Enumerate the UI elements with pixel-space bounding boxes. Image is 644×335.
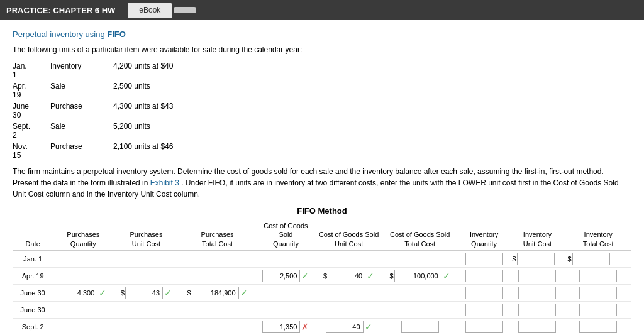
dollar-sign: $	[513, 255, 516, 263]
item-type: Purchase	[50, 141, 113, 161]
exhibit-link[interactable]: Exhibit 3	[150, 178, 179, 187]
cogs-tc-input-apr19[interactable]	[394, 270, 441, 282]
th-cogs-qty: Cost of Goods SoldQuantity	[255, 219, 316, 250]
check-icon: ✓	[367, 271, 374, 281]
inv-uc-input-june30b[interactable]	[518, 304, 556, 316]
iq-cell	[458, 301, 510, 318]
itc-cell: $	[565, 250, 631, 267]
item-date: June 30	[13, 101, 50, 121]
ptc-cell	[179, 318, 256, 335]
cogs-uc-input-sept2a[interactable]	[326, 321, 364, 333]
cogs-tc-input-sept2a[interactable]	[401, 321, 439, 333]
iuc-cell	[510, 318, 565, 335]
purch-tc-input-june30[interactable]	[192, 287, 239, 299]
itc-cell	[565, 318, 631, 335]
th-purchases-qty: PurchasesQuantity	[53, 219, 113, 250]
check-icon: ✓	[443, 271, 450, 281]
iuc-cell	[510, 267, 565, 284]
puc-cell	[113, 250, 179, 267]
th-inv-qty: InventoryQuantity	[458, 219, 510, 250]
row-date: Sept. 2	[13, 318, 53, 335]
cogs-uc-input-apr19[interactable]	[328, 270, 365, 282]
puc-cell	[113, 267, 179, 284]
th-inv-tc: InventoryTotal Cost	[565, 219, 631, 250]
inv-qty-input-jan1[interactable]	[465, 253, 503, 265]
fifo-table: Date PurchasesQuantity PurchasesUnit Cos…	[13, 219, 631, 335]
check-icon: ✓	[240, 288, 248, 298]
tab-empty[interactable]	[174, 7, 196, 13]
dollar-sign: $	[390, 272, 394, 280]
iuc-cell	[510, 284, 565, 301]
dollar-sign: $	[567, 255, 571, 263]
cq-cell	[255, 284, 316, 301]
dollar-sign: $	[121, 289, 125, 297]
inv-qty-input-apr19[interactable]	[465, 270, 503, 282]
list-item: Nov. 15 Purchase 2,100 units at $46	[13, 141, 192, 161]
pq-cell	[53, 318, 113, 335]
cuc-cell: $ ✓	[316, 267, 381, 284]
ctc-cell	[382, 250, 458, 267]
cq-cell: ✓	[255, 267, 316, 284]
cogs-qty-input-apr19[interactable]	[262, 270, 300, 282]
inventory-table: Jan. 1 Inventory 4,200 units at $40 Apr.…	[13, 60, 192, 161]
item-date: Apr. 19	[13, 80, 50, 101]
inv-qty-input-sept2a[interactable]	[465, 321, 503, 333]
cq-cell	[255, 301, 316, 318]
inv-tc-input-june30b[interactable]	[579, 304, 617, 316]
puc-cell	[113, 301, 179, 318]
inv-uc-input-sept2a[interactable]	[518, 321, 556, 333]
th-cogs-uc: Cost of Goods SoldUnit Cost	[316, 219, 381, 250]
iuc-cell	[510, 301, 565, 318]
item-detail: 2,500 units	[113, 80, 192, 101]
item-type: Inventory	[50, 60, 113, 80]
iq-cell	[458, 250, 510, 267]
method-highlight: FIFO	[107, 30, 126, 39]
tab-ebook[interactable]: eBook	[128, 3, 172, 18]
inv-tc-input-june30a[interactable]	[579, 287, 617, 299]
page-title: PRACTICE: CHAPTER 6 HW	[6, 6, 115, 15]
inv-qty-input-june30b[interactable]	[465, 304, 503, 316]
top-bar: PRACTICE: CHAPTER 6 HW eBook	[0, 0, 644, 20]
main-content: Perpetual inventory using FIFO The follo…	[0, 20, 644, 335]
pq-cell	[53, 267, 113, 284]
dollar-sign: $	[187, 289, 191, 297]
check-icon: ✓	[99, 288, 106, 298]
inv-tc-input-jan1[interactable]	[572, 253, 610, 265]
method-title: Perpetual inventory using FIFO	[13, 30, 631, 39]
inv-tc-input-apr19[interactable]	[579, 270, 617, 282]
cross-icon: ✗	[301, 322, 309, 332]
inv-qty-input-june30a[interactable]	[465, 287, 503, 299]
ctc-cell: $ ✓	[382, 267, 458, 284]
cogs-qty-input-sept2a[interactable]	[262, 321, 300, 333]
itc-cell	[565, 267, 631, 284]
method-text: Perpetual inventory using	[13, 30, 107, 39]
pq-cell	[53, 301, 113, 318]
cuc-cell	[316, 301, 381, 318]
inv-uc-input-apr19[interactable]	[518, 270, 556, 282]
puc-cell: $ ✓	[113, 284, 179, 301]
list-item: Sept. 2 Sale 5,200 units	[13, 121, 192, 141]
item-date: Jan. 1	[13, 60, 50, 80]
th-purchases-tc: PurchasesTotal Cost	[179, 219, 256, 250]
item-type: Sale	[50, 80, 113, 101]
iq-cell	[458, 318, 510, 335]
list-item: June 30 Purchase 4,300 units at $43	[13, 101, 192, 121]
inv-tc-input-sept2a[interactable]	[579, 321, 617, 333]
dollar-sign: $	[323, 272, 327, 280]
item-detail: 4,200 units at $40	[113, 60, 192, 80]
ptc-cell: $ ✓	[179, 284, 256, 301]
check-icon: ✓	[301, 271, 309, 281]
table-row-jan1: Jan. 1 $ $	[13, 250, 631, 267]
inv-uc-input-june30a[interactable]	[518, 287, 556, 299]
purch-uc-input-june30[interactable]	[125, 287, 163, 299]
table-row-apr19: Apr. 19 ✓ $ ✓	[13, 267, 631, 284]
inv-uc-input-jan1[interactable]	[517, 253, 555, 265]
table-row-june30a: June 30 ✓ $ ✓	[13, 284, 631, 301]
row-date: June 30	[13, 284, 53, 301]
purch-qty-input-june30[interactable]	[60, 287, 97, 299]
row-date: Apr. 19	[13, 267, 53, 284]
itc-cell	[565, 301, 631, 318]
item-date: Nov. 15	[13, 141, 50, 161]
description-paragraph: The firm maintains a perpetual inventory…	[13, 166, 631, 200]
th-cogs-tc: Cost of Goods SoldTotal Cost	[382, 219, 458, 250]
